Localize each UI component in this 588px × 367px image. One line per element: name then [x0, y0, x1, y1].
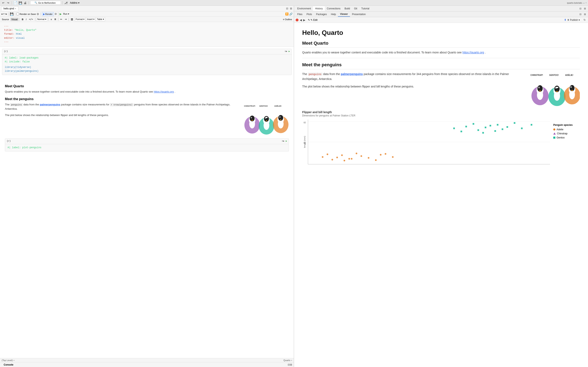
palmerpenguins-link[interactable]: palmerpenguins [40, 103, 60, 106]
run-chunk2-green-icon[interactable]: ▶ [286, 140, 287, 143]
run-chunk-icon[interactable]: ≡▶ [285, 50, 287, 53]
outdent-btn[interactable]: ⇤ [60, 17, 63, 21]
render-on-save-check[interactable]: Render on Save [16, 13, 36, 15]
minimize2-icon[interactable]: ⊟ [288, 363, 290, 366]
right-minimize2-icon[interactable]: ⊟ [579, 12, 582, 16]
save-icon[interactable]: 💾 [18, 1, 22, 5]
publish-btn[interactable]: ⬆ ⬆ Publish ▾ [562, 18, 581, 22]
svg-point-53 [361, 155, 362, 157]
outline-btn[interactable]: ≡ Outline [282, 18, 293, 21]
format-dropdown[interactable]: Normal ▾ [36, 17, 48, 21]
print-icon[interactable]: 🖨 [23, 1, 27, 5]
lang-indicator[interactable]: Quarto ÷ [283, 359, 292, 361]
render-options-icon[interactable]: ⚙ [54, 12, 57, 16]
svg-point-10 [264, 121, 269, 130]
chart-title: Flipper and bill length [302, 110, 580, 114]
visual-btn[interactable]: Visual [10, 18, 18, 21]
run-chunk2-icon[interactable]: ≡▶ [282, 140, 285, 143]
chart-subtitle: Dimensions for penguins at Palmer Statio… [302, 114, 580, 117]
svg-text:ADÉLIE!: ADÉLIE! [274, 105, 282, 107]
tab-viewer[interactable]: Viewer [338, 12, 350, 17]
tab-presentation[interactable]: Presentation [350, 12, 368, 17]
svg-rect-87 [494, 130, 496, 132]
edit-btn[interactable]: ✎ ✎ Edit [307, 18, 319, 22]
penguin-image-right: CHINSTRAP! GENTOO! [527, 72, 580, 106]
format-btn[interactable]: Format ▾ [75, 17, 86, 21]
doc-link1[interactable]: https://quarto.org [154, 90, 174, 93]
go-to-label: Go to file/function [38, 2, 56, 4]
save2-icon[interactable]: 💾 [10, 12, 14, 16]
left-tab-bar: hello.qmd × ⊟ ⊞ [0, 6, 294, 11]
run-all-icon[interactable]: ⏬ [285, 12, 288, 16]
source-btn[interactable]: Source [1, 18, 10, 21]
viewer-p3: The plot below shows the relationship be… [302, 84, 522, 89]
back-icon[interactable]: ↩ [1, 1, 5, 5]
tab-connections[interactable]: Connections [325, 6, 343, 11]
editor-area[interactable]: --- title: "Hello, Quarto" format: html … [0, 22, 294, 358]
svg-point-5 [251, 117, 252, 118]
svg-point-15 [265, 117, 268, 118]
minimize-icon[interactable]: ⊟ [286, 7, 289, 10]
right-maximize2-icon[interactable]: ⊞ [583, 12, 587, 16]
level-indicator[interactable]: (Top Level) ÷ [2, 359, 15, 361]
refresh-icon[interactable]: ↻ [583, 18, 586, 22]
table-btn[interactable]: Table ▾ [96, 17, 105, 21]
forward-icon[interactable]: ↪ [6, 1, 10, 5]
y-tick-50: 50 [303, 142, 306, 144]
right-maximize-icon[interactable]: ⊞ [583, 7, 587, 10]
viewer-toolbar: ◀ ▶ ✎ ✎ Edit ⬆ ⬆ Publish ▾ ↻ [294, 17, 588, 23]
viewer-back-icon[interactable]: ◀ [300, 18, 302, 22]
tab-help[interactable]: Help [329, 12, 338, 17]
file-tab[interactable]: hello.qmd × [1, 6, 18, 11]
insert-btn[interactable]: Insert ▾ [86, 17, 95, 21]
bottom-tabs: Console ⊟ ⊞ [0, 362, 294, 367]
tab-environment[interactable]: Environment [295, 6, 313, 11]
run-icon[interactable]: ▶ [60, 12, 62, 16]
undo-icon[interactable]: ↩ [1, 12, 4, 16]
viewer-link1[interactable]: https://quarto.org [462, 51, 484, 54]
run-chunk-green-icon[interactable]: ▶ [288, 50, 290, 53]
tab-packages[interactable]: Packages [314, 12, 329, 17]
tab-git[interactable]: Git [352, 6, 359, 11]
tab-history[interactable]: History [313, 6, 325, 11]
image-btn[interactable]: 🖼 [70, 18, 74, 21]
bullets-btn[interactable]: ≡ [50, 18, 53, 21]
code-block-1[interactable]: {r} ≡▶ ▶ #| label: load-packages #| incl… [2, 49, 292, 75]
tab-plots[interactable]: Plots [304, 12, 314, 17]
code-block-2[interactable]: {r} ≡▶ ▶ #| label: plot-penguins [5, 138, 289, 151]
viewer-forward-icon[interactable]: ▶ [303, 18, 305, 22]
maximize2-icon[interactable]: ⊞ [290, 363, 292, 366]
italic-btn[interactable]: I [25, 18, 27, 21]
run-btn[interactable]: Run ▾ [62, 12, 70, 16]
indent-btn[interactable]: ⇥ [64, 17, 68, 21]
inline-code1: penguins [10, 103, 23, 106]
y-tick-60: 60 [303, 122, 306, 124]
tab-files[interactable]: Files [295, 12, 304, 17]
numbers-btn[interactable]: ≣ [53, 17, 57, 21]
close-tab-btn[interactable]: × [15, 8, 16, 10]
right-minimize-icon[interactable]: ⊟ [579, 7, 582, 10]
git-icon[interactable]: ⎇ [64, 1, 68, 5]
viewer-palmerpenguins-link[interactable]: palmerpenguins [341, 72, 363, 76]
maximize-icon[interactable]: ⊞ [290, 7, 293, 10]
settings-icon[interactable]: ⚙ [36, 12, 39, 16]
addins-menu[interactable]: Addins ▾ [69, 1, 81, 5]
chain-icon[interactable]: 🔗 [289, 12, 293, 16]
viewer-inline-code: penguins [308, 73, 322, 76]
svg-point-63 [385, 153, 386, 155]
yaml-editor-value: visual [16, 37, 25, 40]
bold-btn[interactable]: B [21, 18, 25, 21]
svg-point-62 [322, 156, 323, 158]
console-tab[interactable]: Console [2, 363, 15, 367]
render-btn[interactable]: ▶ Render [42, 12, 54, 16]
tab-build[interactable]: Build [342, 6, 352, 11]
tab-tutorial[interactable]: Tutorial [359, 6, 371, 11]
new-file-icon[interactable]: 📄 [13, 1, 17, 5]
svg-point-56 [380, 154, 381, 156]
go-to-file-input[interactable]: 🔍 Go to file/function [30, 1, 61, 5]
redo-icon[interactable]: ↪ [4, 12, 7, 16]
yaml-format-value: html [16, 33, 22, 35]
render-toolbar: ↩ ↪ 💾 Render on Save ⚙ ▶ Render ⚙ ▶ Ru [0, 11, 294, 17]
code-inline-btn[interactable]: </> [28, 17, 34, 21]
stop-btn[interactable] [296, 18, 298, 21]
